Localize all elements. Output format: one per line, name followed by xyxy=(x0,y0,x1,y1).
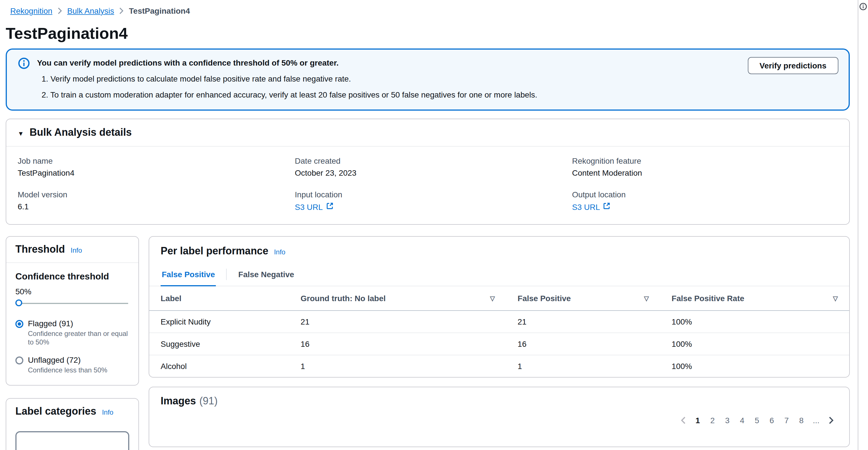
pagination-page-2[interactable]: 2 xyxy=(706,412,719,428)
cell-false-positive: 1 xyxy=(506,355,660,377)
cell-ground-truth: 21 xyxy=(289,311,506,333)
table-row: Alcohol 1 1 100% xyxy=(149,355,849,377)
left-sidebar: Threshold Info Confidence threshold 50% xyxy=(6,236,139,450)
field-value: Content Moderation xyxy=(572,168,838,177)
cell-false-positive-rate: 100% xyxy=(660,311,849,333)
images-title: Images xyxy=(161,395,196,407)
column-header-text: Ground truth: No label xyxy=(301,294,386,303)
column-header-text: False Positive Rate xyxy=(672,294,744,303)
details-grid: Job name TestPagination4 Date created Oc… xyxy=(6,147,849,224)
cell-false-positive: 16 xyxy=(506,333,660,355)
filter-triangle-icon[interactable]: ▽ xyxy=(644,294,649,302)
cell-label: Alcohol xyxy=(149,355,289,377)
input-s3-url-link[interactable]: S3 URL xyxy=(295,202,334,212)
radio-unselected-icon xyxy=(16,357,23,364)
column-header-false-positive[interactable]: False Positive▽ xyxy=(506,286,660,311)
banner-instruction-1: 1. Verify model predictions to calculate… xyxy=(41,74,734,84)
field-label: Date created xyxy=(295,156,560,165)
images-count: (91) xyxy=(199,395,218,407)
main-content: Rekognition Bulk Analysis TestPagination… xyxy=(0,0,858,450)
column-header-text: Label xyxy=(161,294,181,303)
filter-triangle-icon[interactable]: ▽ xyxy=(490,294,495,302)
label-categories-title: Label categories xyxy=(16,405,96,418)
pagination-ellipsis: ... xyxy=(809,412,823,428)
radio-description: Confidence greater than or equal to 50% xyxy=(28,330,129,347)
output-s3-url-link[interactable]: S3 URL xyxy=(572,202,611,212)
tab-label: False Negative xyxy=(238,270,294,279)
tools-rail xyxy=(858,0,868,450)
collapse-triangle-icon[interactable]: ▼ xyxy=(18,130,24,137)
cell-false-positive-rate: 100% xyxy=(660,333,849,355)
column-header-ground-truth[interactable]: Ground truth: No label▽ xyxy=(289,286,506,311)
banner-heading: You can verify model predictions with a … xyxy=(37,57,734,68)
page-title: TestPagination4 xyxy=(6,25,850,43)
pagination: 1 2 3 4 5 6 7 8 ... xyxy=(161,412,838,428)
confidence-threshold-label: Confidence threshold xyxy=(16,272,129,282)
column-header-false-positive-rate[interactable]: False Positive Rate▽ xyxy=(660,286,849,311)
label-categories-select[interactable] xyxy=(16,431,129,450)
radio-unflagged[interactable]: Unflagged (72) Confidence less than 50% xyxy=(16,355,129,375)
pagination-page-7[interactable]: 7 xyxy=(780,412,794,428)
confidence-threshold-slider[interactable] xyxy=(16,299,129,308)
radio-description: Confidence less than 50% xyxy=(28,366,107,375)
filter-triangle-icon[interactable]: ▽ xyxy=(833,294,838,302)
images-panel: Images(91) 1 2 3 4 5 6 7 8 .. xyxy=(149,387,850,447)
flagged-filter-radio-group: Flagged (91) Confidence greater than or … xyxy=(16,319,129,375)
threshold-panel: Threshold Info Confidence threshold 50% xyxy=(6,236,139,386)
cell-false-positive: 21 xyxy=(506,311,660,333)
chevron-right-icon xyxy=(119,7,124,14)
console-viewport: Rekognition Bulk Analysis TestPagination… xyxy=(0,0,868,450)
label-categories-panel: Label categories Info xyxy=(6,398,139,450)
pagination-page-4[interactable]: 4 xyxy=(735,412,749,428)
field-date-created: Date created October 23, 2023 xyxy=(295,156,560,177)
images-header: Images(91) xyxy=(161,395,838,407)
field-value: 6.1 xyxy=(18,202,283,211)
pagination-page-5[interactable]: 5 xyxy=(750,412,764,428)
chevron-right-icon xyxy=(58,7,62,14)
column-header-label: Label xyxy=(149,286,289,311)
details-header[interactable]: ▼ Bulk Analysis details xyxy=(6,119,849,146)
main-panel-column: Per label performance Info False Positiv… xyxy=(149,236,850,447)
cell-false-positive-rate: 100% xyxy=(660,355,849,377)
tab-label: False Positive xyxy=(162,270,215,279)
cell-ground-truth: 16 xyxy=(289,333,506,355)
pagination-next-icon[interactable] xyxy=(824,412,838,428)
field-input-location: Input location S3 URL xyxy=(295,190,560,212)
field-label: Job name xyxy=(18,156,283,165)
breadcrumb-link-rekognition[interactable]: Rekognition xyxy=(10,6,53,16)
pagination-page-3[interactable]: 3 xyxy=(720,412,734,428)
radio-selected-icon xyxy=(16,320,23,328)
external-link-icon xyxy=(326,202,334,212)
per-label-performance-info-link[interactable]: Info xyxy=(274,248,285,256)
radio-label: Flagged (91) xyxy=(28,319,129,328)
threshold-info-link[interactable]: Info xyxy=(71,246,82,254)
field-output-location: Output location S3 URL xyxy=(572,190,838,212)
pagination-page-6[interactable]: 6 xyxy=(765,412,779,428)
field-value: TestPagination4 xyxy=(18,168,283,177)
external-link-icon xyxy=(603,202,611,212)
slider-handle[interactable] xyxy=(16,300,22,306)
tab-false-negative[interactable]: False Negative xyxy=(237,263,295,286)
pagination-page-8[interactable]: 8 xyxy=(795,412,808,428)
breadcrumb: Rekognition Bulk Analysis TestPagination… xyxy=(6,0,850,16)
field-label: Output location xyxy=(572,190,838,199)
label-categories-info-link[interactable]: Info xyxy=(102,409,113,416)
field-label: Rekognition feature xyxy=(572,156,838,165)
verify-predictions-button[interactable]: Verify predictions xyxy=(748,57,838,74)
tab-false-positive[interactable]: False Positive xyxy=(161,263,216,286)
field-label: Input location xyxy=(295,190,560,199)
info-icon xyxy=(18,58,30,71)
table-header-row: Label Ground truth: No label▽ False Posi… xyxy=(149,286,849,311)
bulk-analysis-details-panel: ▼ Bulk Analysis details Job name TestPag… xyxy=(6,119,850,225)
confidence-threshold-value: 50% xyxy=(16,287,129,296)
info-banner: You can verify model predictions with a … xyxy=(6,49,850,111)
pagination-prev-icon[interactable] xyxy=(676,412,690,428)
info-panel-toggle-icon[interactable] xyxy=(860,3,867,450)
radio-flagged[interactable]: Flagged (91) Confidence greater than or … xyxy=(16,319,129,347)
breadcrumb-link-bulk-analysis[interactable]: Bulk Analysis xyxy=(67,6,114,16)
column-header-text: False Positive xyxy=(518,294,571,303)
cell-label: Explicit Nudity xyxy=(149,311,289,333)
tab-divider xyxy=(226,269,227,280)
pagination-page-1[interactable]: 1 xyxy=(691,412,705,428)
slider-track[interactable] xyxy=(16,303,128,304)
